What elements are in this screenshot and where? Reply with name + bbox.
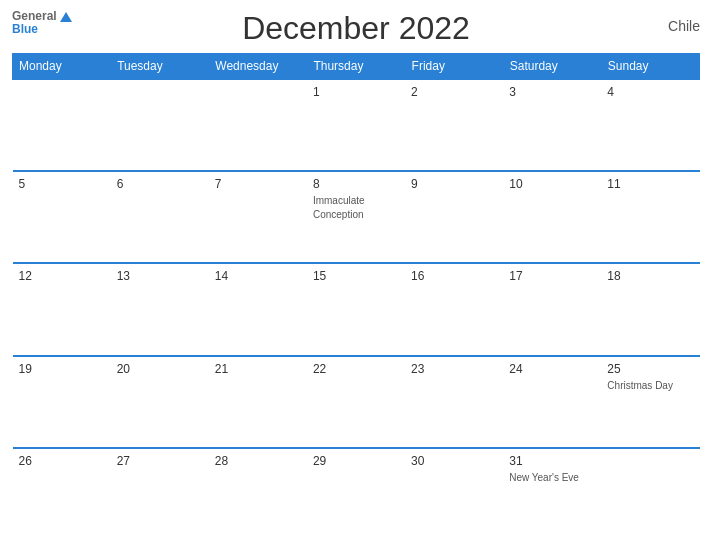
day-number: 21 [215, 362, 301, 376]
day-cell: 6 [111, 171, 209, 263]
day-number: 8 [313, 177, 399, 191]
header-wednesday: Wednesday [209, 54, 307, 80]
day-number: 28 [215, 454, 301, 468]
event-label: Immaculate Conception [313, 195, 365, 220]
week-row-4: 19202122232425Christmas Day [13, 356, 700, 448]
day-cell: 16 [405, 263, 503, 355]
day-cell: 19 [13, 356, 111, 448]
header-saturday: Saturday [503, 54, 601, 80]
day-cell [111, 79, 209, 171]
day-number: 10 [509, 177, 595, 191]
calendar-body: 12345678Immaculate Conception91011121314… [13, 79, 700, 540]
day-cell: 18 [601, 263, 699, 355]
day-number: 2 [411, 85, 497, 99]
day-number: 19 [19, 362, 105, 376]
day-cell: 26 [13, 448, 111, 540]
day-cell: 21 [209, 356, 307, 448]
day-cell: 3 [503, 79, 601, 171]
day-number: 13 [117, 269, 203, 283]
day-cell: 25Christmas Day [601, 356, 699, 448]
day-cell: 5 [13, 171, 111, 263]
week-row-2: 5678Immaculate Conception91011 [13, 171, 700, 263]
header-sunday: Sunday [601, 54, 699, 80]
day-cell: 14 [209, 263, 307, 355]
day-number: 18 [607, 269, 693, 283]
header-monday: Monday [13, 54, 111, 80]
day-cell [601, 448, 699, 540]
day-number: 20 [117, 362, 203, 376]
week-row-3: 12131415161718 [13, 263, 700, 355]
logo-blue-text: Blue [12, 23, 38, 36]
day-number: 24 [509, 362, 595, 376]
day-number: 4 [607, 85, 693, 99]
logo: General Blue [12, 10, 72, 36]
month-year-title: December 2022 [242, 10, 470, 47]
header-tuesday: Tuesday [111, 54, 209, 80]
calendar-table: Monday Tuesday Wednesday Thursday Friday… [12, 53, 700, 540]
day-number: 6 [117, 177, 203, 191]
weekday-header-row: Monday Tuesday Wednesday Thursday Friday… [13, 54, 700, 80]
day-number: 25 [607, 362, 693, 376]
calendar-header: General Blue December 2022 Chile [12, 10, 700, 47]
event-label: New Year's Eve [509, 472, 579, 483]
day-cell: 7 [209, 171, 307, 263]
day-cell: 30 [405, 448, 503, 540]
day-number: 9 [411, 177, 497, 191]
day-cell: 8Immaculate Conception [307, 171, 405, 263]
day-cell [209, 79, 307, 171]
day-number: 27 [117, 454, 203, 468]
day-cell: 31New Year's Eve [503, 448, 601, 540]
country-label: Chile [668, 18, 700, 34]
day-number: 26 [19, 454, 105, 468]
day-cell: 20 [111, 356, 209, 448]
header-friday: Friday [405, 54, 503, 80]
calendar-wrapper: General Blue December 2022 Chile Monday … [0, 0, 712, 550]
day-cell: 2 [405, 79, 503, 171]
day-number: 7 [215, 177, 301, 191]
day-cell: 23 [405, 356, 503, 448]
day-number: 15 [313, 269, 399, 283]
day-number: 1 [313, 85, 399, 99]
logo-triangle-icon [60, 12, 72, 22]
day-cell: 17 [503, 263, 601, 355]
day-cell: 13 [111, 263, 209, 355]
day-number: 23 [411, 362, 497, 376]
day-number: 22 [313, 362, 399, 376]
day-cell: 9 [405, 171, 503, 263]
header-thursday: Thursday [307, 54, 405, 80]
day-cell: 11 [601, 171, 699, 263]
day-cell: 15 [307, 263, 405, 355]
day-number: 30 [411, 454, 497, 468]
day-cell: 4 [601, 79, 699, 171]
day-number: 16 [411, 269, 497, 283]
day-number: 3 [509, 85, 595, 99]
day-cell: 24 [503, 356, 601, 448]
day-cell [13, 79, 111, 171]
day-number: 5 [19, 177, 105, 191]
day-number: 12 [19, 269, 105, 283]
day-number: 31 [509, 454, 595, 468]
day-cell: 27 [111, 448, 209, 540]
day-number: 17 [509, 269, 595, 283]
event-label: Christmas Day [607, 380, 673, 391]
day-cell: 29 [307, 448, 405, 540]
day-number: 11 [607, 177, 693, 191]
week-row-5: 262728293031New Year's Eve [13, 448, 700, 540]
day-number: 29 [313, 454, 399, 468]
day-cell: 28 [209, 448, 307, 540]
day-cell: 10 [503, 171, 601, 263]
week-row-1: 1234 [13, 79, 700, 171]
day-number: 14 [215, 269, 301, 283]
day-cell: 22 [307, 356, 405, 448]
day-cell: 12 [13, 263, 111, 355]
day-cell: 1 [307, 79, 405, 171]
